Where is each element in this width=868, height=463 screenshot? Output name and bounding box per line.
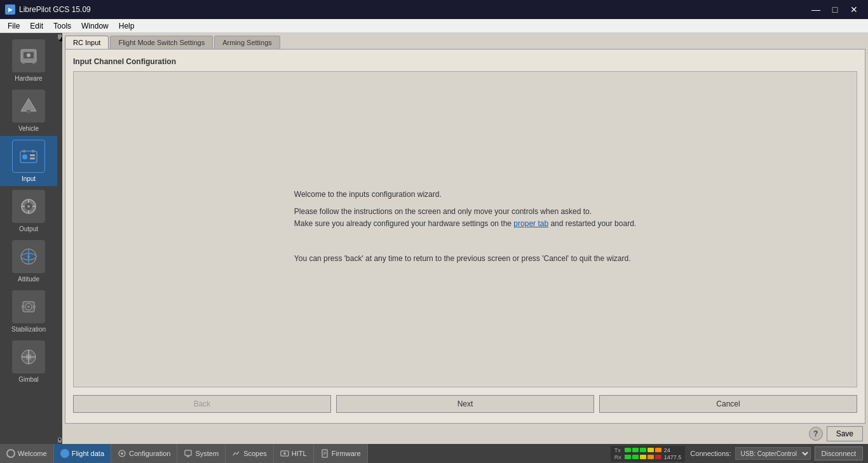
app-title: LibrePilot GCS 15.09 xyxy=(19,5,91,14)
sidebar-label-input: Input xyxy=(22,175,36,182)
scrollbar-up-arrow[interactable]: ▲ xyxy=(58,34,62,39)
next-button[interactable]: Next xyxy=(336,395,594,413)
svg-rect-9 xyxy=(30,154,35,156)
main-area: Hardware Vehicle xyxy=(0,33,868,444)
stabilization-icon xyxy=(12,290,45,323)
sidebar-label-hardware: Hardware xyxy=(15,75,42,82)
sidebar-item-hardware[interactable]: Hardware xyxy=(0,36,57,86)
tab-rc-input[interactable]: RC Input xyxy=(65,36,109,49)
status-tab-hitl[interactable]: HITL xyxy=(274,444,314,463)
svg-rect-2 xyxy=(22,62,25,64)
cancel-button[interactable]: Cancel xyxy=(599,395,857,413)
input-icon xyxy=(12,140,45,173)
svg-rect-12 xyxy=(32,150,34,152)
sidebar-label-stabilization: Stabilization xyxy=(11,326,46,333)
sidebar-item-attitude[interactable]: Attitude xyxy=(0,236,57,286)
hitl-tab-icon xyxy=(280,449,289,458)
status-tab-firmware[interactable]: Firmware xyxy=(314,444,368,463)
back-button[interactable]: Back xyxy=(73,395,331,413)
svg-point-26 xyxy=(27,305,30,308)
connection-selector[interactable]: USB: CopterControl xyxy=(735,447,811,460)
sidebar-label-vehicle: Vehicle xyxy=(18,125,39,132)
tx-label: Tx xyxy=(614,447,623,453)
rx-led-1 xyxy=(625,455,631,459)
wizard-line2: Please follow the instructions on the sc… xyxy=(294,206,636,230)
wizard-line2-text: Please follow the instructions on the sc… xyxy=(294,207,636,228)
tx-led-2 xyxy=(632,448,639,452)
svg-rect-28 xyxy=(33,305,36,308)
sidebar-item-input[interactable]: Input xyxy=(0,136,57,186)
rx-value: 1477.5 xyxy=(664,454,682,460)
sidebar-item-vehicle[interactable]: Vehicle xyxy=(0,86,57,136)
tab-bar: RC Input Flight Mode Switch Settings Arm… xyxy=(62,33,868,49)
menu-file[interactable]: File xyxy=(3,20,25,32)
svg-point-23 xyxy=(27,255,30,258)
tab-flight-mode-switch[interactable]: Flight Mode Switch Settings xyxy=(110,36,213,49)
status-tab-firmware-label: Firmware xyxy=(332,450,361,457)
svg-rect-27 xyxy=(22,305,24,308)
tx-led-3 xyxy=(640,448,646,452)
status-tab-configuration[interactable]: Configuration xyxy=(111,444,177,463)
sidebar-label-output: Output xyxy=(19,225,38,232)
tab-content-panel: Input Channel Configuration Welcome to t… xyxy=(65,49,865,424)
svg-rect-10 xyxy=(30,158,35,159)
tx-row: Tx 24 xyxy=(614,447,682,453)
sidebar-item-stabilization[interactable]: Stabilization xyxy=(0,286,57,337)
status-tab-hitl-label: HITL xyxy=(292,450,307,457)
connections-panel: Connections: USB: CopterControl Disconne… xyxy=(685,446,868,460)
menu-window[interactable]: Window xyxy=(76,20,114,32)
sidebar: Hardware Vehicle xyxy=(0,33,57,444)
menu-edit[interactable]: Edit xyxy=(25,20,48,32)
svg-point-4 xyxy=(27,53,31,57)
wizard-line5 xyxy=(294,236,636,248)
flight-data-tab-icon xyxy=(60,449,69,458)
firmware-tab-icon xyxy=(320,449,329,458)
bottom-action-bar: ? Save xyxy=(62,424,868,444)
menu-help[interactable]: Help xyxy=(114,20,140,32)
content-area: RC Input Flight Mode Switch Settings Arm… xyxy=(62,33,868,444)
svg-marker-5 xyxy=(21,98,36,111)
wizard-area: Welcome to the inputs configuration wiza… xyxy=(73,71,857,387)
svg-rect-3 xyxy=(32,62,35,64)
svg-rect-35 xyxy=(185,450,191,455)
status-tab-scopes-label: Scopes xyxy=(243,450,267,457)
maximize-button[interactable]: □ xyxy=(826,3,844,16)
disconnect-button[interactable]: Disconnect xyxy=(815,446,863,460)
attitude-icon xyxy=(12,240,45,273)
tab-arming-settings[interactable]: Arming Settings xyxy=(214,36,280,49)
sidebar-item-gimbal[interactable]: Gimbal xyxy=(0,337,57,387)
status-tab-scopes[interactable]: Scopes xyxy=(226,444,274,463)
configuration-tab-icon xyxy=(118,449,126,458)
section-title: Input Channel Configuration xyxy=(73,57,857,66)
txrx-panel: Tx 24 Rx 1477.5 xyxy=(611,446,686,462)
welcome-tab-icon xyxy=(6,449,15,458)
status-tab-welcome[interactable]: Welcome xyxy=(0,444,54,463)
close-button[interactable]: ✕ xyxy=(845,3,863,16)
gimbal-icon xyxy=(12,340,45,373)
system-tab-icon xyxy=(184,449,193,458)
rx-led-3 xyxy=(640,455,646,459)
title-bar-left: ▶ LibrePilot GCS 15.09 xyxy=(5,4,91,15)
status-tab-flight-data[interactable]: Flight data xyxy=(54,444,111,463)
sidebar-item-output[interactable]: Output xyxy=(0,186,57,236)
rx-led-2 xyxy=(632,455,639,459)
svg-point-8 xyxy=(22,154,27,159)
sidebar-scrollbar[interactable]: ▲ ▼ xyxy=(57,33,62,444)
minimize-button[interactable]: — xyxy=(807,3,825,16)
help-button[interactable]: ? xyxy=(809,427,823,441)
rx-led-5 xyxy=(655,455,661,459)
rx-led-4 xyxy=(648,455,654,459)
wizard-text: Welcome to the inputs configuration wiza… xyxy=(294,189,636,270)
svg-point-39 xyxy=(283,452,286,455)
svg-point-34 xyxy=(121,452,123,455)
save-button[interactable]: Save xyxy=(827,426,863,441)
menu-tools[interactable]: Tools xyxy=(48,20,76,32)
wizard-button-row: Back Next Cancel xyxy=(73,395,857,413)
wizard-line6: You can press 'back' at any time to retu… xyxy=(294,253,636,265)
scrollbar-down-arrow[interactable]: ▼ xyxy=(58,438,62,443)
tx-led-4 xyxy=(648,448,654,452)
status-tab-system[interactable]: System xyxy=(177,444,226,463)
status-tab-flight-data-label: Flight data xyxy=(72,450,104,457)
wizard-line1: Welcome to the inputs configuration wiza… xyxy=(294,189,636,201)
status-tab-welcome-label: Welcome xyxy=(18,450,47,457)
